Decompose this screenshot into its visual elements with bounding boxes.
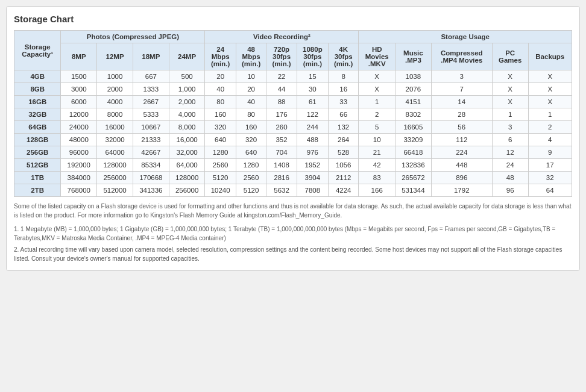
cell-value: X	[492, 96, 528, 108]
cell-value: 16,000	[169, 134, 205, 146]
cell-value: 21333	[133, 134, 169, 146]
cell-value: 12000	[61, 108, 97, 121]
cell-value: 1280	[205, 146, 236, 159]
cell-value: 9	[528, 146, 572, 159]
cell-value: 192000	[61, 159, 97, 172]
table-row: 16GB6000400026672,00080408861331415114XX	[14, 96, 572, 108]
cell-value: 32000	[97, 134, 133, 146]
cell-value: 260	[266, 121, 297, 134]
cell-value: 488	[297, 134, 328, 146]
table-row: 32GB12000800053334,000160801761226628302…	[14, 108, 572, 121]
cell-value: 15	[297, 70, 328, 83]
cell-value: 132	[328, 121, 358, 134]
cell-value: 56	[431, 121, 492, 134]
cell-capacity: 64GB	[14, 121, 61, 134]
cell-capacity: 256GB	[14, 146, 61, 159]
cell-value: 2076	[395, 83, 432, 96]
header-backups: Backups	[528, 43, 572, 70]
header-storage-capacity: StorageCapacity¹	[14, 31, 61, 70]
cell-value: 224	[431, 146, 492, 159]
cell-value: 3	[431, 70, 492, 83]
cell-value: 16000	[97, 121, 133, 134]
table-row: 4GB15001000667500201022158X10383XX	[14, 70, 572, 83]
header-12mp: 12MP	[97, 43, 133, 70]
cell-value: 768000	[61, 184, 97, 197]
cell-value: 112	[431, 134, 492, 146]
cell-value: 1	[359, 96, 395, 108]
storage-chart-table: StorageCapacity¹ Photos (Compressed JPEG…	[14, 30, 572, 197]
cell-value: 1952	[297, 159, 328, 172]
cell-value: 12	[492, 146, 528, 159]
cell-value: 24	[492, 159, 528, 172]
cell-value: 176	[266, 108, 297, 121]
cell-value: X	[359, 83, 395, 96]
cell-value: 2	[528, 121, 572, 134]
cell-value: 24000	[61, 121, 97, 134]
cell-capacity: 128GB	[14, 134, 61, 146]
cell-value: 10	[236, 70, 266, 83]
cell-value: 2816	[266, 172, 297, 184]
cell-value: X	[528, 96, 572, 108]
table-row: 8GB3000200013331,0004020443016X20767XX	[14, 83, 572, 96]
cell-value: 16	[328, 83, 358, 96]
header-video: Video Recording²	[205, 31, 359, 43]
cell-value: 96	[492, 184, 528, 197]
cell-value: 48	[492, 172, 528, 184]
cell-value: 4224	[328, 184, 358, 197]
cell-value: 2	[359, 108, 395, 121]
cell-value: 3000	[61, 83, 97, 96]
cell-value: 7	[431, 83, 492, 96]
header-4k: 4K30fps(min.)	[328, 43, 358, 70]
cell-value: 170668	[133, 172, 169, 184]
header-photos: Photos (Compressed JPEG)	[61, 31, 205, 43]
cell-value: 1	[492, 108, 528, 121]
cell-value: 83	[359, 172, 395, 184]
cell-value: 1333	[133, 83, 169, 96]
cell-value: 1792	[431, 184, 492, 197]
cell-value: 88	[266, 96, 297, 108]
cell-value: 1408	[266, 159, 297, 172]
cell-value: 20	[205, 70, 236, 83]
cell-value: 2112	[328, 172, 358, 184]
cell-value: 4,000	[169, 108, 205, 121]
cell-value: 5333	[133, 108, 169, 121]
cell-value: 1,000	[169, 83, 205, 96]
cell-value: 132836	[395, 159, 432, 172]
cell-value: 30	[297, 83, 328, 96]
cell-value: 33209	[395, 134, 432, 146]
cell-value: 2667	[133, 96, 169, 108]
cell-capacity: 16GB	[14, 96, 61, 108]
chart-title: Storage Chart	[14, 14, 572, 24]
header-hd-movies: HDMovies.MKV	[359, 43, 395, 70]
cell-value: 5632	[266, 184, 297, 197]
cell-value: X	[528, 83, 572, 96]
cell-value: 5120	[236, 184, 266, 197]
cell-value: 320	[236, 134, 266, 146]
cell-value: 17	[528, 159, 572, 172]
cell-value: 66	[328, 108, 358, 121]
cell-value: 2000	[97, 83, 133, 96]
table-row: 128GB48000320002133316,00064032035248826…	[14, 134, 572, 146]
cell-capacity: 2TB	[14, 184, 61, 197]
cell-value: 21	[359, 146, 395, 159]
cell-value: 256000	[169, 184, 205, 197]
cell-value: 80	[236, 108, 266, 121]
cell-value: 531344	[395, 184, 432, 197]
cell-value: 500	[169, 70, 205, 83]
header-storage-usage: Storage Usage	[359, 31, 572, 43]
cell-value: X	[492, 70, 528, 83]
header-pc-games: PCGames	[492, 43, 528, 70]
table-row: 2TB7680005120003413362560001024051205632…	[14, 184, 572, 197]
cell-value: 85334	[133, 159, 169, 172]
cell-value: 3	[492, 121, 528, 134]
cell-value: 160	[205, 108, 236, 121]
cell-value: 10240	[205, 184, 236, 197]
cell-value: 32,000	[169, 146, 205, 159]
main-container: Storage Chart StorageCapacity¹ Photos (C…	[6, 6, 580, 271]
cell-value: 40	[205, 83, 236, 96]
cell-capacity: 512GB	[14, 159, 61, 172]
cell-value: 64	[528, 184, 572, 197]
cell-value: 22	[266, 70, 297, 83]
cell-value: 384000	[61, 172, 97, 184]
cell-value: 5120	[205, 172, 236, 184]
